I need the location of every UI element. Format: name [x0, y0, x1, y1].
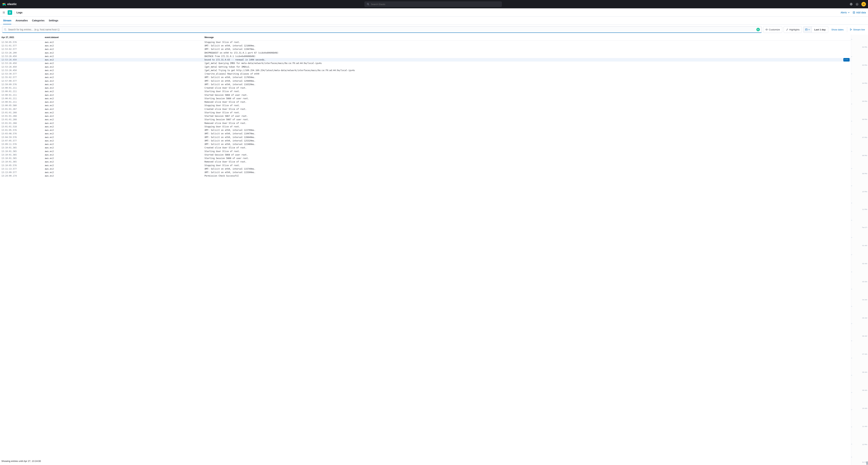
log-row[interactable]: 12:53:02.577aws.ec2XMT: Solicit on eth0,… [0, 48, 851, 51]
log-row[interactable]: 13:10:01.365aws.ec2Starting Session 5868… [0, 156, 851, 160]
log-row[interactable]: 12:55:02.577aws.ec2XMT: Solicit on eth0,… [0, 76, 851, 79]
log-row[interactable]: 12:53:26.450aws.ec2[get_meta] Querying I… [0, 61, 851, 65]
log-row[interactable]: 13:03:08.576aws.ec2XMT: Solicit on eth0,… [0, 132, 851, 135]
log-time: 13:00:01.211 [0, 90, 43, 93]
log-dataset: aws.ec2 [43, 171, 203, 174]
minimap-tick: 05 PM [862, 100, 867, 103]
log-row[interactable]: 12:51:01.577aws.ec2XMT: Solicit on eth0,… [0, 44, 851, 48]
log-time: 13:00:01.211 [0, 100, 43, 104]
log-row[interactable]: 13:00:05.580aws.ec2Stopping User Slice o… [0, 104, 851, 107]
log-row[interactable]: 13:00:01.211aws.ec2Removed slice User Sl… [0, 100, 851, 104]
highlight-icon [786, 28, 788, 31]
log-row[interactable]: 12:50:05.576aws.ec2Stopping User Slice o… [0, 40, 851, 44]
log-row[interactable]: 12:53:30.577aws.ec2[rewrite_aliases] Rew… [0, 72, 851, 76]
log-row[interactable]: 13:01:05.576aws.ec2XMT: Solicit on eth0,… [0, 128, 851, 132]
minimap-tick: 06 PM [862, 118, 867, 121]
tab-categories[interactable]: Categories [32, 17, 44, 24]
space-badge[interactable]: D [8, 10, 12, 15]
log-dataset: aws.ec2 [43, 111, 203, 114]
log-time: 13:04:59.576 [0, 136, 43, 139]
log-row[interactable]: 13:11:13.577aws.ec2XMT: Solicit on eth0,… [0, 167, 851, 171]
minimap-tick: 04 AM [862, 298, 867, 301]
user-avatar[interactable]: m [861, 2, 866, 6]
log-dataset: aws.ec2 [43, 48, 203, 51]
log-row[interactable]: 13:04:59.576aws.ec2XMT: Solicit on eth0,… [0, 136, 851, 139]
alerts-dropdown[interactable]: Alerts [841, 11, 849, 14]
tab-anomalies[interactable]: Anomalies [16, 17, 28, 24]
page-title: Logs [17, 11, 23, 14]
log-row[interactable]: 13:00:01.211aws.ec2Starting Session 5866… [0, 97, 851, 100]
tab-settings[interactable]: Settings [49, 17, 58, 24]
log-row[interactable]: 13:24:00.174aws.ec2Permission Check Succ… [0, 174, 851, 178]
brand-text: elastic [7, 2, 17, 6]
log-body[interactable]: 12:50:05.576aws.ec2Stopping User Slice o… [0, 40, 851, 457]
minimap-notch [851, 73, 852, 75]
minimap-tick: 06 AM [862, 335, 867, 338]
log-row[interactable]: 12:53:26.450aws.ec2[get_meta] Trying to … [0, 69, 851, 72]
help-icon[interactable] [849, 3, 853, 6]
log-row[interactable]: 12:53:26.200aws.ec2DHCPREQUEST on eth0 t… [0, 51, 851, 55]
brand-logo[interactable]: elastic [2, 2, 17, 6]
log-search-input[interactable] [8, 28, 755, 31]
nav-toggle-icon[interactable] [2, 11, 5, 14]
log-row[interactable]: 13:01:01.268aws.ec2Starting User Slice o… [0, 111, 851, 114]
log-minimap[interactable]: 02 PM03 PM04 PM05 PM06 PM07 PM08 PM09 PM… [851, 35, 868, 465]
log-row[interactable]: 13:07:05.577aws.ec2XMT: Solicit on eth0,… [0, 139, 851, 143]
log-dataset: aws.ec2 [43, 44, 203, 48]
log-row[interactable]: 13:09:11.576aws.ec2XMT: Solicit on eth0,… [0, 143, 851, 146]
log-dataset: aws.ec2 [43, 164, 203, 167]
search-icon [367, 3, 369, 6]
minimap-tick: 01 PM [862, 461, 867, 464]
minimap-tick: 10 PM [862, 191, 867, 193]
log-row[interactable]: 13:01:01.267aws.ec2Created slice User Sl… [0, 107, 851, 111]
newsfeed-icon[interactable] [856, 3, 859, 6]
log-row[interactable]: 12:53:26.450aws.ec2bound to 172.31.0.63 … [0, 58, 851, 61]
log-row[interactable]: 13:10:01.365aws.ec2Created slice User Sl… [0, 146, 851, 149]
highlights-button[interactable]: Highlights [784, 26, 802, 33]
log-dataset: aws.ec2 [43, 160, 203, 164]
log-row[interactable]: 13:13:09.577aws.ec2XMT: Solicit on eth0,… [0, 171, 851, 174]
log-time: 12:53:26.450 [0, 65, 43, 69]
row-more-button[interactable]: ••• [843, 58, 849, 61]
log-row[interactable]: 13:10:01.365aws.ec2Removed slice User Sl… [0, 160, 851, 164]
log-message: Stopping User Slice of root. [203, 125, 839, 128]
log-row[interactable]: 13:01:01.268aws.ec2Removed slice User Sl… [0, 121, 851, 125]
log-row[interactable]: 13:00:01.211aws.ec2Started Session 5866 … [0, 93, 851, 97]
log-row[interactable]: 13:01:01.268aws.ec2Started Session 5867 … [0, 114, 851, 118]
log-dataset: aws.ec2 [43, 174, 203, 178]
time-picker-label[interactable]: Last 1 day [812, 26, 828, 33]
log-message: Started Session 5866 of user root. [203, 93, 839, 97]
add-data-button[interactable]: Add data [853, 11, 866, 14]
log-row[interactable]: 13:10:01.365aws.ec2Started Session 5868 … [0, 153, 851, 156]
log-time: 13:13:09.577 [0, 171, 43, 174]
log-time: 13:00:01.211 [0, 93, 43, 97]
customize-button[interactable]: Customize [763, 26, 782, 33]
log-time: 13:11:13.577 [0, 167, 43, 171]
time-picker-button[interactable] [803, 26, 812, 33]
add-data-label: Add data [856, 11, 866, 14]
log-row[interactable]: 13:10:05.576aws.ec2Stopping User Slice o… [0, 164, 851, 167]
svg-point-1 [5, 5, 5, 6]
minimap-tick: 04 PM [862, 82, 867, 85]
log-message: Started Session 5868 of user root. [203, 153, 839, 156]
minimap-notch [851, 90, 852, 92]
log-row[interactable]: 13:00:01.211aws.ec2Starting User Slice o… [0, 90, 851, 93]
show-dates-button[interactable]: Show dates [830, 26, 845, 33]
divider [14, 11, 14, 14]
log-row[interactable]: 12:53:26.450aws.ec2[get_meta] Getting to… [0, 65, 851, 69]
log-dataset: aws.ec2 [43, 86, 203, 90]
log-row[interactable]: 13:01:01.518aws.ec2Stopping User Slice o… [0, 125, 851, 128]
log-row[interactable]: 12:57:00.577aws.ec2XMT: Solicit on eth0,… [0, 79, 851, 83]
log-row[interactable]: 13:01:01.268aws.ec2Starting Session 5867… [0, 118, 851, 121]
log-row[interactable]: 12:53:26.450aws.ec2DHCPACK from 172.31.0… [0, 55, 851, 58]
log-row[interactable]: 12:59:09.576aws.ec2XMT: Solicit on eth0,… [0, 83, 851, 86]
log-footer: Showing entries until Apr 27, 13:24:00 [0, 457, 851, 465]
log-row[interactable]: 13:00:01.211aws.ec2Created slice User Sl… [0, 86, 851, 90]
log-row[interactable]: 13:10:01.365aws.ec2Starting User Slice o… [0, 150, 851, 153]
minimap-notch [851, 271, 852, 272]
global-search-input[interactable] [371, 3, 500, 5]
stream-live-button[interactable]: Stream live [849, 26, 866, 33]
minimap-notch [851, 220, 852, 221]
log-dataset: aws.ec2 [43, 153, 203, 156]
tab-stream[interactable]: Stream [3, 17, 11, 24]
